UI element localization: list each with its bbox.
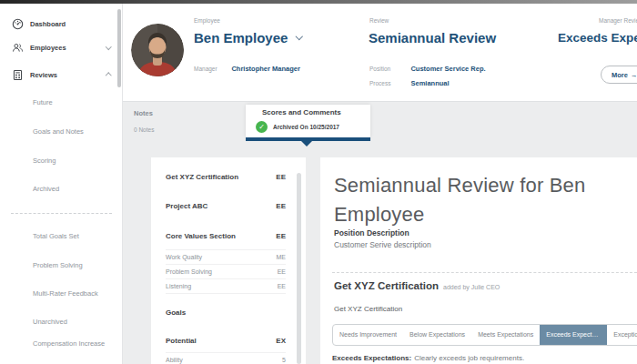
review-page-title: Semiannual Review for Ben Employee — [334, 171, 621, 229]
more-button-label: More — [612, 71, 628, 79]
process-field-label: Process — [369, 80, 407, 86]
score-label: Listening — [166, 283, 191, 289]
employee-manager-row: Manager Christopher Manager — [194, 58, 300, 75]
score-label: Ability — [166, 357, 183, 363]
sidebar-link-total-goals-set[interactable]: Total Goals Set — [33, 232, 79, 240]
sidebar-item-employees[interactable]: Employees — [0, 39, 123, 56]
manager-field-label: Manager — [194, 66, 228, 72]
rating-option-needs-improvement[interactable]: Needs Improvement — [333, 325, 403, 345]
score-value: ME — [277, 254, 287, 260]
sidebar-item-label: Reviews — [30, 71, 57, 79]
score-label: Potential — [166, 337, 197, 345]
chevron-down-icon — [296, 33, 303, 40]
score-value: EE — [276, 232, 286, 240]
position-value: Customer Service Rep. — [410, 65, 485, 73]
question-title-text: Get XYZ Certification — [334, 280, 439, 291]
sidebar-item-dashboard[interactable]: Dashboard — [0, 15, 123, 32]
sidebar-scrollbar[interactable] — [117, 9, 121, 87]
question-byline: added by Julie CEO — [443, 284, 500, 290]
process-value: Semiannual — [410, 79, 449, 87]
manager-review-field-label: Manager Review — [599, 17, 637, 24]
employee-avatar — [131, 24, 184, 76]
process-row: Process Semiannual — [369, 73, 450, 89]
score-value: EX — [276, 337, 286, 345]
arrow-right-icon: → — [631, 71, 637, 79]
score-label: Goals — [166, 308, 186, 317]
score-row[interactable]: Core Values Section EE — [166, 232, 286, 240]
score-value: EE — [278, 268, 286, 275]
rating-option-below-expectations[interactable]: Below Expectations — [403, 325, 471, 345]
sidebar-item-label: Dashboard — [30, 20, 66, 28]
score-group-divider — [166, 293, 286, 294]
review-field-label: Review — [369, 17, 389, 24]
score-label: Core Values Section — [166, 232, 236, 240]
content-divider — [332, 272, 637, 273]
chevron-up-icon — [106, 73, 111, 78]
gauge-icon — [12, 18, 24, 30]
score-label: Project ABC — [166, 202, 207, 210]
people-icon — [12, 42, 24, 54]
score-row[interactable]: Get XYZ Certification EE — [166, 173, 286, 181]
rating-option-meets-expectations[interactable]: Meets Expectations — [471, 325, 540, 345]
question-prompt: Get XYZ Certification — [334, 305, 402, 313]
score-value: 5 — [282, 357, 286, 363]
sidebar-subitem-goals-and-notes[interactable]: Goals and Notes — [33, 127, 84, 136]
score-row[interactable]: Project ABC EE — [166, 202, 286, 210]
score-label: Problem Solving — [166, 268, 212, 275]
rating-description: Exceeds Expectations:Clearly exceeds job… — [332, 354, 524, 362]
archived-check-icon: ✓ — [256, 121, 268, 133]
rating-scale: Needs Improvement Below Expectations Mee… — [332, 324, 637, 346]
rating-description-text: Clearly exceeds job requirements. — [414, 354, 524, 362]
manager-review-score: Exceeds Expectations — [558, 31, 637, 45]
sidebar-link-multi-rater-feedback[interactable]: Multi-Rater Feedback — [33, 289, 98, 298]
review-title: Semiannual Review — [369, 30, 496, 46]
sidebar-link-unarchived[interactable]: Unarchived — [33, 318, 67, 326]
scores-panel-scrollbar[interactable] — [297, 173, 301, 364]
score-value: EE — [278, 283, 286, 289]
sidebar: Dashboard Employees Reviews Future Goals… — [0, 4, 123, 364]
tab-notes-label: Notes — [134, 109, 153, 117]
scores-summary-panel: Get XYZ Certification EE Project ABC EE … — [151, 157, 306, 364]
position-field-label: Position — [369, 66, 407, 72]
sidebar-link-problem-solving[interactable]: Problem Solving — [33, 261, 83, 269]
rating-option-exceptional[interactable]: Exceptional — [607, 325, 637, 345]
review-sheet-icon — [12, 69, 24, 81]
employee-selector[interactable]: Ben Employee — [194, 30, 302, 46]
sidebar-subitem-archived[interactable]: Archived — [33, 185, 59, 193]
score-label: Work Quality — [166, 254, 202, 260]
manager-name-link[interactable]: Christopher Manager — [231, 65, 299, 73]
more-button[interactable]: More → — [601, 66, 637, 84]
score-subrow[interactable]: Ability 5 — [166, 352, 286, 364]
score-row[interactable]: Goals — [166, 308, 286, 317]
sidebar-link-compensation-increase[interactable]: Compensation Increase — [33, 339, 109, 349]
sidebar-item-label: Employees — [30, 44, 66, 52]
score-subrow[interactable]: Listening EE — [166, 278, 286, 293]
tab-notes[interactable]: Notes 0 Notes — [123, 102, 246, 147]
position-description-value: Customer Serive description — [334, 240, 431, 249]
score-subrow[interactable]: Work Quality ME — [166, 249, 286, 264]
employee-name: Ben Employee — [194, 30, 288, 46]
score-label: Get XYZ Certification — [166, 173, 238, 181]
chevron-down-icon — [106, 44, 111, 49]
question-title: Get XYZ Certificationadded by Julie CEO — [334, 280, 500, 291]
score-value: EE — [276, 173, 286, 181]
tab-scores-label: Scores and Comments — [262, 108, 341, 116]
sidebar-divider — [11, 213, 112, 214]
score-row[interactable]: Potential EX — [166, 337, 286, 345]
position-description-label: Position Description — [334, 228, 410, 238]
rating-description-label: Exceeds Expectations: — [332, 354, 411, 362]
active-tab-pointer — [301, 141, 312, 147]
rating-option-exceeds-expectations-selected[interactable]: Exceeds Expectations — [540, 325, 607, 345]
score-subrow[interactable]: Problem Solving EE — [166, 264, 286, 278]
archived-status: Archived On 10/25/2017 — [273, 124, 339, 130]
tab-notes-count: 0 Notes — [134, 126, 154, 133]
employee-field-label: Employee — [194, 17, 220, 24]
sidebar-subitem-scoring[interactable]: Scoring — [33, 157, 56, 165]
sidebar-subitem-future[interactable]: Future — [33, 98, 53, 106]
score-value: EE — [276, 202, 286, 210]
sidebar-item-reviews[interactable]: Reviews — [0, 66, 123, 83]
